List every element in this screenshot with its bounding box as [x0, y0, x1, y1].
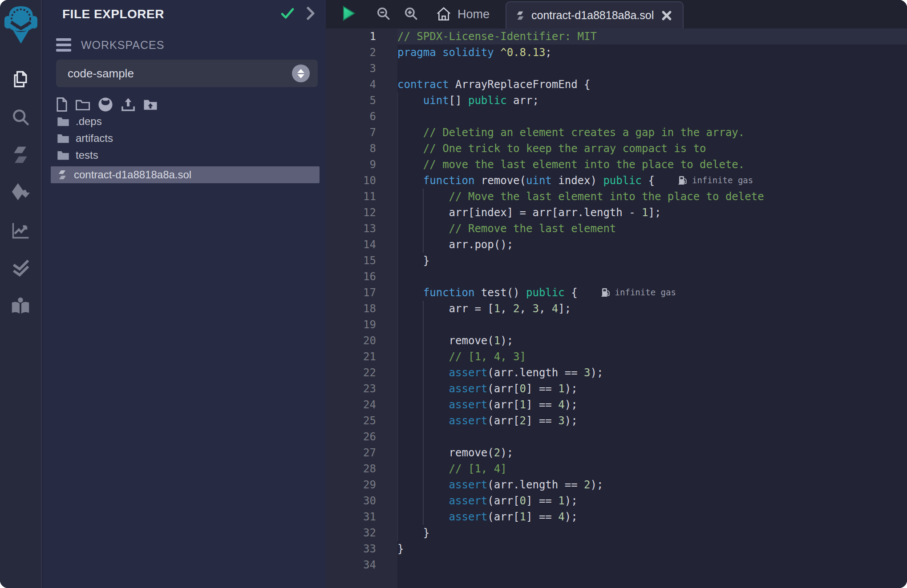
tab-home[interactable]: Home — [436, 7, 490, 21]
rail-statistics-button[interactable] — [10, 220, 31, 241]
file-explorer-header: FILE EXPLORER — [43, 0, 326, 28]
code-line[interactable]: } — [397, 541, 907, 557]
code-lines[interactable]: // SPDX-License-Identifier: MITpragma so… — [397, 28, 907, 588]
file-label: contract-d1a8818a8a.sol — [74, 169, 191, 181]
upload-folder-button[interactable] — [143, 98, 158, 111]
new-folder-button[interactable] — [76, 98, 90, 111]
tab-label: contract-d1a8818a8a.sol — [531, 9, 654, 22]
code-line[interactable]: // Move the last element into the place … — [397, 189, 907, 205]
code-line[interactable]: arr.pop(); — [397, 237, 907, 253]
upload-file-icon — [121, 97, 135, 112]
code-line[interactable]: remove(2); — [397, 445, 907, 461]
folder-label: artifacts — [76, 132, 113, 145]
line-number: 28 — [326, 461, 397, 477]
upload-file-button[interactable] — [121, 97, 135, 112]
collapse-chevron-button[interactable] — [306, 7, 315, 22]
rail-search-button[interactable] — [10, 107, 31, 127]
zoom-in-icon — [403, 6, 418, 21]
workspace-select[interactable]: code-sample — [56, 60, 318, 87]
code-line[interactable]: arr[index] = arr[arr.length - 1]; — [397, 205, 907, 221]
code-line[interactable] — [397, 60, 907, 77]
remix-logo[interactable] — [0, 0, 42, 50]
workspaces-menu-button[interactable] — [56, 38, 71, 52]
close-icon — [661, 10, 672, 21]
new-file-button[interactable] — [56, 97, 68, 112]
zoom-out-button[interactable] — [376, 6, 391, 23]
code-line[interactable]: assert(arr[0] == 1); — [397, 493, 907, 509]
zoom-in-button[interactable] — [403, 6, 418, 23]
code-line[interactable]: // Deleting an element creates a gap in … — [397, 125, 907, 141]
rail-solidity-compiler-button[interactable] — [10, 145, 31, 165]
code-line[interactable]: // One trick to keep the array compact i… — [397, 141, 907, 157]
code-line[interactable]: assert(arr[0] == 1); — [397, 381, 907, 397]
workspaces-label: WORKSPACES — [81, 39, 164, 52]
rail-icon-list — [0, 69, 41, 316]
gas-pump-icon — [678, 175, 688, 185]
deploy-run-icon — [10, 182, 31, 203]
workspaces-row: WORKSPACES — [56, 38, 326, 52]
line-number: 24 — [326, 397, 397, 413]
remix-logo-icon — [4, 4, 38, 46]
code-line[interactable]: function remove(uint index) public {infi… — [397, 173, 907, 189]
folder-row-deps[interactable]: .deps — [43, 113, 326, 130]
code-line[interactable]: assert(arr.length == 2); — [397, 477, 907, 493]
file-row-contract[interactable]: contract-d1a8818a8a.sol — [51, 166, 320, 183]
solidity-file-icon — [57, 169, 68, 181]
code-line[interactable]: // SPDX-License-Identifier: MIT — [397, 28, 907, 44]
panel-title: FILE EXPLORER — [62, 7, 280, 21]
solidity-file-icon — [515, 10, 525, 21]
code-line[interactable] — [397, 109, 907, 125]
line-number: 27 — [326, 445, 397, 461]
folder-row-artifacts[interactable]: artifacts — [43, 130, 326, 147]
tab-close-button[interactable] — [661, 10, 672, 21]
tab-contract-file[interactable]: contract-d1a8818a8a.sol — [506, 1, 684, 28]
line-number: 6 — [326, 109, 397, 125]
editor-region: Home contract-d1a8818a8a.sol 123456789 — [326, 0, 907, 588]
gas-pump-icon — [601, 287, 611, 297]
code-line[interactable] — [397, 269, 907, 285]
github-button[interactable] — [98, 97, 113, 112]
code-line[interactable]: function test() public {infinite gas — [397, 285, 907, 301]
rail-learneth-button[interactable] — [10, 296, 31, 316]
line-number: 32 — [326, 525, 397, 541]
line-number: 16 — [326, 269, 397, 285]
run-script-button[interactable] — [342, 5, 356, 23]
code-line[interactable]: uint[] public arr; — [397, 93, 907, 109]
code-line[interactable]: remove(1); — [397, 333, 907, 349]
code-line[interactable]: arr = [1, 2, 3, 4]; — [397, 301, 907, 317]
code-line[interactable] — [397, 557, 907, 573]
workspace-stepper-icon[interactable] — [292, 64, 310, 82]
code-line[interactable]: assert(arr[2] == 3); — [397, 413, 907, 429]
new-file-icon — [56, 97, 68, 112]
folder-icon — [57, 116, 69, 127]
line-number: 5 — [326, 93, 397, 109]
rail-file-explorer-button[interactable] — [10, 69, 31, 89]
line-numbers: 1234567891011121314151617181920212223242… — [326, 28, 397, 573]
code-line[interactable]: assert(arr[1] == 4); — [397, 397, 907, 413]
line-number: 9 — [326, 157, 397, 173]
line-number: 31 — [326, 509, 397, 525]
code-line[interactable] — [397, 429, 907, 445]
solidity-compiler-icon — [11, 145, 30, 165]
code-line[interactable]: assert(arr.length == 3); — [397, 365, 907, 381]
code-line[interactable]: // [1, 4, 3] — [397, 349, 907, 365]
code-line[interactable]: } — [397, 525, 907, 541]
line-number: 7 — [326, 125, 397, 141]
indent-guide — [397, 93, 398, 541]
code-line[interactable]: } — [397, 253, 907, 269]
gas-estimate-annotation: infinite gas — [678, 172, 753, 188]
accept-check-button[interactable] — [280, 6, 295, 22]
folder-row-tests[interactable]: tests — [43, 147, 326, 164]
code-line[interactable]: // Remove the last element — [397, 221, 907, 237]
code-line[interactable]: contract ArrayReplaceFromEnd { — [397, 77, 907, 93]
code-line[interactable]: assert(arr[1] == 4); — [397, 509, 907, 525]
code-line[interactable]: // [1, 4] — [397, 461, 907, 477]
line-number: 3 — [326, 60, 397, 77]
code-line[interactable]: pragma solidity ^0.8.13; — [397, 44, 907, 60]
screen: FILE EXPLORER WORKSPACES code-sample — [0, 0, 907, 588]
github-icon — [98, 97, 113, 112]
code-line[interactable] — [397, 317, 907, 333]
code-line[interactable]: // move the last element into the place … — [397, 157, 907, 173]
rail-deploy-run-button[interactable] — [10, 182, 31, 203]
rail-unit-testing-button[interactable] — [10, 258, 31, 278]
